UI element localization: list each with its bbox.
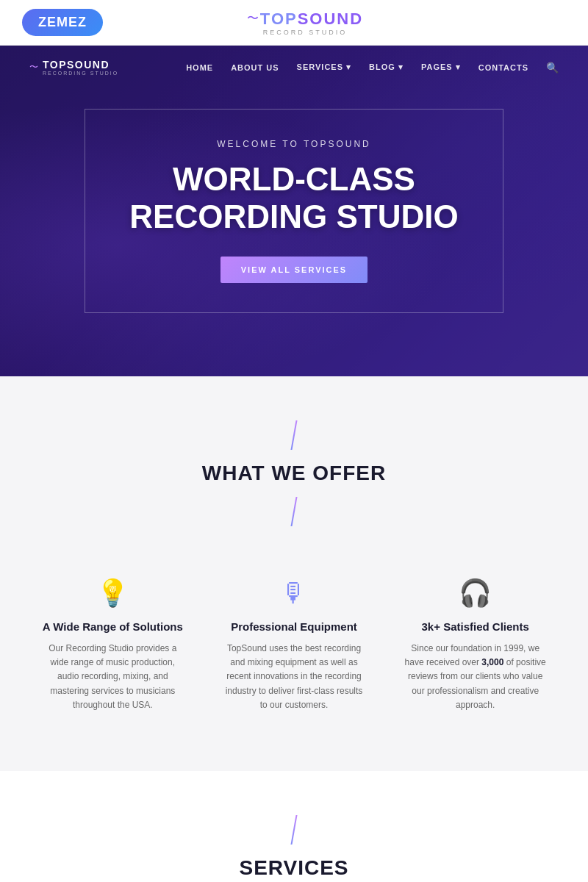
nav-services[interactable]: SERVICES ▾ [297,62,352,72]
zemez-badge[interactable]: ZEMEZ [22,9,103,36]
offer-card-equipment: 🎙 Professional Equipment TopSound uses t… [211,563,378,727]
wave-icon: 〜 [247,11,259,26]
divider-top [290,420,297,450]
nav-blog[interactable]: BLOG ▾ [369,62,404,72]
mic-icon: 🎙 [223,578,366,609]
top-logo-name: TOPSOUND [260,10,363,29]
offer-card-clients-text: Since our foundation in 1999, we have re… [404,642,547,712]
hero-title: WORLD-CLASS RECORDING STUDIO [129,161,458,235]
nav-contacts[interactable]: CONTACTS [478,63,528,72]
hero-navbar: 〜 TOPSOUND RECORDING STUDIO HOME ABOUT U… [0,46,588,89]
offer-card-solutions-text: Our Recording Studio provides a wide ran… [41,642,184,712]
hero-logo-text: TOPSOUND [43,59,118,71]
hero-nav: HOME ABOUT US SERVICES ▾ BLOG ▾ PAGES ▾ … [186,62,559,74]
search-icon[interactable]: 🔍 [546,62,559,74]
offer-section: WHAT WE OFFER 💡 A Wide Range of Solution… [0,376,588,771]
services-title: SERVICES [29,856,559,880]
top-logo-sub: RECORD STUDIO [263,29,348,36]
hero-content: WELCOME TO TOPSOUND WORLD-CLASS RECORDIN… [70,94,517,327]
hero-border-box: WELCOME TO TOPSOUND WORLD-CLASS RECORDIN… [85,109,503,312]
hero-section: 〜 TOPSOUND RECORDING STUDIO HOME ABOUT U… [0,46,588,376]
nav-about[interactable]: ABOUT US [231,63,279,72]
hero-logo-sub: RECORDING STUDIO [43,71,118,76]
services-divider-top [290,815,297,845]
bulb-icon: 💡 [41,578,184,609]
offer-card-solutions: 💡 A Wide Range of Solutions Our Recordin… [29,563,196,727]
offer-card-equipment-text: TopSound uses the best recording and mix… [223,642,366,712]
offer-title: WHAT WE OFFER [29,462,559,485]
offer-card-equipment-title: Professional Equipment [223,620,366,633]
offer-card-clients: 🎧 3k+ Satisfied Clients Since our founda… [392,563,559,727]
hero-nav-logo: 〜 TOPSOUND RECORDING STUDIO [29,59,118,76]
top-bar: ZEMEZ 〜 TOPSOUND RECORD STUDIO [0,0,588,46]
nav-pages[interactable]: PAGES ▾ [421,62,461,72]
top-logo: 〜 TOPSOUND RECORD STUDIO [247,10,363,36]
offer-card-solutions-title: A Wide Range of Solutions [41,620,184,633]
divider-bottom [290,497,297,526]
offer-card-clients-title: 3k+ Satisfied Clients [404,620,547,633]
services-section: SERVICES Our wide range of services cove… [0,771,588,882]
hero-welcome-text: WELCOME TO TOPSOUND [217,139,370,149]
hero-wave-icon: 〜 [29,61,38,74]
view-all-services-button[interactable]: VIEW ALL SERVICES [220,257,368,283]
headphone-icon: 🎧 [404,578,547,609]
nav-home[interactable]: HOME [186,63,213,72]
offer-cards: 💡 A Wide Range of Solutions Our Recordin… [29,563,559,727]
